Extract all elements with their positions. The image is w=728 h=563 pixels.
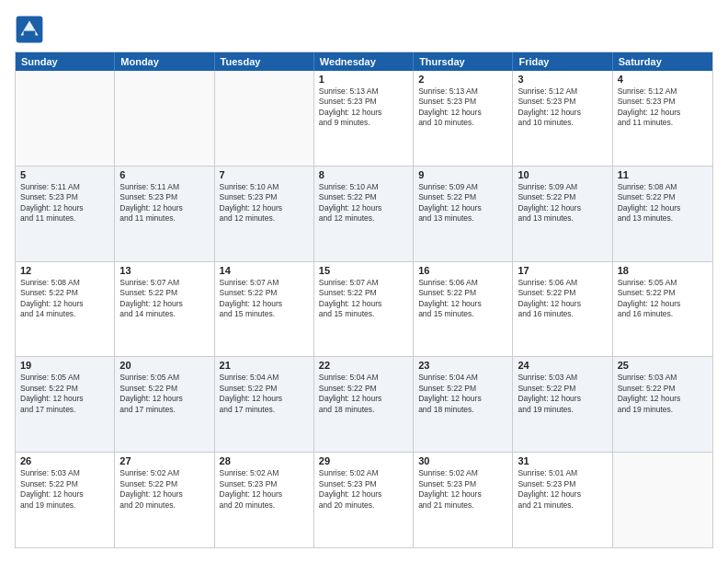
day-number: 4: [618, 74, 708, 85]
day-number: 31: [518, 455, 607, 466]
day-cell: 30Sunrise: 5:02 AM Sunset: 5:23 PM Dayli…: [414, 453, 513, 547]
day-cell: 28Sunrise: 5:02 AM Sunset: 5:23 PM Dayli…: [215, 453, 314, 547]
day-number: 18: [618, 265, 708, 276]
day-header: Wednesday: [314, 52, 414, 71]
day-cell: 16Sunrise: 5:06 AM Sunset: 5:22 PM Dayli…: [414, 262, 513, 357]
day-cell: 24Sunrise: 5:03 AM Sunset: 5:22 PM Dayli…: [513, 357, 612, 452]
day-number: 28: [220, 455, 309, 466]
day-info: Sunrise: 5:02 AM Sunset: 5:23 PM Dayligh…: [319, 468, 408, 511]
day-cell: 31Sunrise: 5:01 AM Sunset: 5:23 PM Dayli…: [513, 453, 612, 547]
svg-rect-2: [24, 31, 36, 37]
day-number: 7: [220, 169, 309, 180]
day-number: 24: [518, 360, 607, 371]
day-number: 14: [220, 265, 309, 276]
day-number: 29: [319, 455, 408, 466]
weeks: 1Sunrise: 5:13 AM Sunset: 5:23 PM Daylig…: [16, 71, 712, 547]
day-number: 25: [618, 360, 708, 371]
day-cell: 3Sunrise: 5:12 AM Sunset: 5:23 PM Daylig…: [513, 71, 612, 166]
day-info: Sunrise: 5:11 AM Sunset: 5:23 PM Dayligh…: [119, 182, 209, 224]
day-info: Sunrise: 5:03 AM Sunset: 5:22 PM Dayligh…: [20, 468, 109, 511]
day-header: Monday: [115, 52, 214, 71]
day-number: 16: [418, 265, 507, 276]
day-number: 17: [518, 265, 607, 276]
day-number: 20: [119, 360, 209, 371]
day-cell: 18Sunrise: 5:05 AM Sunset: 5:22 PM Dayli…: [613, 262, 712, 357]
day-cell: 19Sunrise: 5:05 AM Sunset: 5:22 PM Dayli…: [16, 357, 115, 452]
day-cell: [215, 71, 314, 166]
day-info: Sunrise: 5:02 AM Sunset: 5:23 PM Dayligh…: [220, 468, 309, 511]
day-info: Sunrise: 5:12 AM Sunset: 5:23 PM Dayligh…: [618, 86, 708, 129]
day-number: 13: [119, 265, 209, 276]
day-number: 10: [518, 169, 607, 180]
day-cell: 26Sunrise: 5:03 AM Sunset: 5:22 PM Dayli…: [16, 453, 115, 547]
page: SundayMondayTuesdayWednesdayThursdayFrid…: [0, 0, 728, 563]
week-row: 26Sunrise: 5:03 AM Sunset: 5:22 PM Dayli…: [16, 453, 712, 547]
day-cell: 4Sunrise: 5:12 AM Sunset: 5:23 PM Daylig…: [613, 71, 712, 166]
day-info: Sunrise: 5:07 AM Sunset: 5:22 PM Dayligh…: [319, 278, 408, 320]
day-info: Sunrise: 5:09 AM Sunset: 5:22 PM Dayligh…: [418, 182, 507, 224]
day-info: Sunrise: 5:08 AM Sunset: 5:22 PM Dayligh…: [20, 278, 109, 320]
day-info: Sunrise: 5:06 AM Sunset: 5:22 PM Dayligh…: [418, 278, 507, 320]
day-info: Sunrise: 5:05 AM Sunset: 5:22 PM Dayligh…: [119, 373, 209, 415]
day-cell: 8Sunrise: 5:10 AM Sunset: 5:22 PM Daylig…: [314, 167, 414, 261]
day-cell: 25Sunrise: 5:03 AM Sunset: 5:22 PM Dayli…: [613, 357, 712, 452]
week-row: 5Sunrise: 5:11 AM Sunset: 5:23 PM Daylig…: [16, 167, 712, 262]
day-cell: 22Sunrise: 5:04 AM Sunset: 5:22 PM Dayli…: [314, 357, 414, 452]
day-info: Sunrise: 5:11 AM Sunset: 5:23 PM Dayligh…: [20, 182, 109, 224]
day-number: 27: [119, 455, 209, 466]
day-info: Sunrise: 5:08 AM Sunset: 5:22 PM Dayligh…: [618, 182, 708, 224]
day-cell: 21Sunrise: 5:04 AM Sunset: 5:22 PM Dayli…: [215, 357, 314, 452]
day-number: 9: [418, 169, 507, 180]
day-header: Saturday: [613, 52, 712, 71]
day-cell: 2Sunrise: 5:13 AM Sunset: 5:23 PM Daylig…: [414, 71, 513, 166]
week-row: 19Sunrise: 5:05 AM Sunset: 5:22 PM Dayli…: [16, 357, 712, 453]
day-info: Sunrise: 5:09 AM Sunset: 5:22 PM Dayligh…: [518, 182, 607, 224]
day-cell: 7Sunrise: 5:10 AM Sunset: 5:23 PM Daylig…: [215, 167, 314, 261]
day-info: Sunrise: 5:13 AM Sunset: 5:23 PM Dayligh…: [319, 86, 408, 129]
day-number: 8: [319, 169, 408, 180]
day-info: Sunrise: 5:10 AM Sunset: 5:23 PM Dayligh…: [220, 182, 309, 224]
day-info: Sunrise: 5:01 AM Sunset: 5:23 PM Dayligh…: [518, 468, 607, 511]
day-cell: [16, 71, 115, 166]
day-cell: 1Sunrise: 5:13 AM Sunset: 5:23 PM Daylig…: [314, 71, 414, 166]
day-info: Sunrise: 5:13 AM Sunset: 5:23 PM Dayligh…: [418, 86, 507, 129]
day-number: 3: [518, 74, 607, 85]
week-row: 1Sunrise: 5:13 AM Sunset: 5:23 PM Daylig…: [16, 71, 712, 167]
day-number: 19: [20, 360, 109, 371]
day-cell: 27Sunrise: 5:02 AM Sunset: 5:22 PM Dayli…: [115, 453, 214, 547]
day-number: 22: [319, 360, 408, 371]
day-info: Sunrise: 5:02 AM Sunset: 5:22 PM Dayligh…: [119, 468, 209, 511]
day-info: Sunrise: 5:05 AM Sunset: 5:22 PM Dayligh…: [618, 278, 708, 320]
day-header: Friday: [513, 52, 612, 71]
day-number: 2: [418, 74, 507, 85]
day-cell: 11Sunrise: 5:08 AM Sunset: 5:22 PM Dayli…: [613, 167, 712, 261]
day-cell: 10Sunrise: 5:09 AM Sunset: 5:22 PM Dayli…: [513, 167, 612, 261]
day-number: 5: [20, 169, 109, 180]
day-cell: 20Sunrise: 5:05 AM Sunset: 5:22 PM Dayli…: [115, 357, 214, 452]
day-number: 26: [20, 455, 109, 466]
day-info: Sunrise: 5:04 AM Sunset: 5:22 PM Dayligh…: [418, 373, 507, 415]
day-headers: SundayMondayTuesdayWednesdayThursdayFrid…: [16, 52, 712, 71]
day-number: 11: [618, 169, 708, 180]
day-cell: [115, 71, 214, 166]
day-cell: 13Sunrise: 5:07 AM Sunset: 5:22 PM Dayli…: [115, 262, 214, 357]
day-cell: 29Sunrise: 5:02 AM Sunset: 5:23 PM Dayli…: [314, 453, 414, 547]
day-cell: 23Sunrise: 5:04 AM Sunset: 5:22 PM Dayli…: [414, 357, 513, 452]
day-cell: 5Sunrise: 5:11 AM Sunset: 5:23 PM Daylig…: [16, 167, 115, 261]
day-cell: [613, 453, 712, 547]
day-info: Sunrise: 5:07 AM Sunset: 5:22 PM Dayligh…: [220, 278, 309, 320]
day-info: Sunrise: 5:03 AM Sunset: 5:22 PM Dayligh…: [618, 373, 708, 415]
day-info: Sunrise: 5:04 AM Sunset: 5:22 PM Dayligh…: [220, 373, 309, 415]
week-row: 12Sunrise: 5:08 AM Sunset: 5:22 PM Dayli…: [16, 262, 712, 358]
logo-icon: [15, 15, 44, 44]
day-cell: 15Sunrise: 5:07 AM Sunset: 5:22 PM Dayli…: [314, 262, 414, 357]
day-info: Sunrise: 5:12 AM Sunset: 5:23 PM Dayligh…: [518, 86, 607, 129]
day-cell: 14Sunrise: 5:07 AM Sunset: 5:22 PM Dayli…: [215, 262, 314, 357]
day-info: Sunrise: 5:02 AM Sunset: 5:23 PM Dayligh…: [418, 468, 507, 511]
day-cell: 17Sunrise: 5:06 AM Sunset: 5:22 PM Dayli…: [513, 262, 612, 357]
day-cell: 9Sunrise: 5:09 AM Sunset: 5:22 PM Daylig…: [414, 167, 513, 261]
day-number: 15: [319, 265, 408, 276]
logo: [15, 15, 48, 44]
day-header: Sunday: [16, 52, 115, 71]
day-info: Sunrise: 5:03 AM Sunset: 5:22 PM Dayligh…: [518, 373, 607, 415]
